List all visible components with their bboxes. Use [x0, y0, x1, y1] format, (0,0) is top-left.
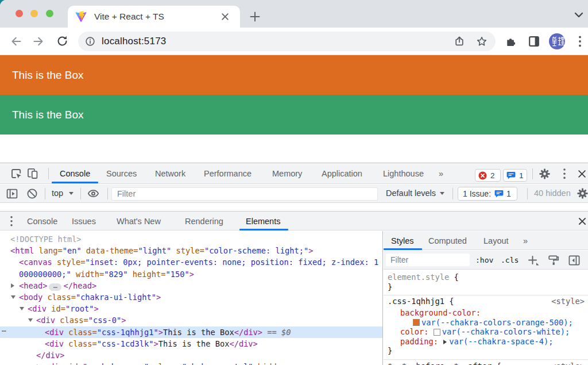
drawer-tab-what-s-new[interactable]: What's New: [117, 212, 161, 231]
close-window-button[interactable]: [16, 10, 23, 17]
expand-arrow-open-icon[interactable]: [20, 307, 24, 310]
dom-tree[interactable]: <!DOCTYPE html><html lang="en" data-them…: [0, 231, 382, 365]
devtools-close-icon[interactable]: [578, 170, 586, 178]
issues-label: 1 Issue:: [463, 189, 491, 198]
share-icon[interactable]: [454, 36, 465, 47]
styles-rule-line[interactable]: .css-1qhhjg1 {: [388, 297, 454, 306]
styles-rules[interactable]: element.style {}.css-1qhhjg1 {<style>bac…: [384, 270, 588, 365]
styles-tab--[interactable]: »: [523, 231, 528, 251]
tab-close-icon[interactable]: [218, 10, 232, 24]
main-tab-performance[interactable]: Performance: [204, 164, 252, 183]
styles-sidebar: StylesComputedLayout» Filter :hov .cls: [382, 231, 588, 365]
toggle-hover-button[interactable]: :hov: [475, 251, 493, 270]
error-icon: [478, 171, 487, 180]
styles-tab-computed[interactable]: Computed: [428, 231, 467, 251]
site-info-icon[interactable]: [86, 37, 95, 46]
drawer-close-icon[interactable]: [578, 217, 586, 225]
computed-sidebar-toggle-icon[interactable]: [568, 255, 580, 266]
browser-tab[interactable]: Vite + React + TS: [68, 6, 240, 28]
dom-tree-line[interactable]: <body class="chakra-ui-light">: [19, 291, 161, 303]
console-settings-gear-icon[interactable]: [577, 188, 588, 199]
reload-button[interactable]: [56, 35, 68, 47]
drawer-tab-issues[interactable]: Issues: [72, 212, 96, 231]
styles-rule-line[interactable]: element.style {: [388, 272, 459, 282]
main-tab-sources[interactable]: Sources: [106, 164, 137, 183]
devtools-menu-kebab-icon[interactable]: [561, 168, 568, 180]
dom-tree-line[interactable]: <div id="__chakra_env" class="chakra-por…: [45, 361, 291, 365]
dom-tree-line[interactable]: <head>…</head>: [19, 280, 96, 291]
maximize-window-button[interactable]: [46, 10, 53, 17]
profile-avatar[interactable]: [549, 33, 565, 49]
side-panel-icon[interactable]: [529, 36, 539, 47]
new-style-rule-button[interactable]: [527, 255, 540, 266]
dom-tree-line[interactable]: <canvas style="inset: 0px; pointer-event…: [19, 256, 378, 268]
expand-shorthand-icon[interactable]: [443, 340, 447, 344]
drawer-tab-rendering[interactable]: Rendering: [185, 212, 223, 231]
main-tab-application[interactable]: Application: [322, 164, 362, 183]
dom-tree-line[interactable]: <html lang="en" data-theme="light" style…: [10, 245, 313, 256]
styles-rule-line[interactable]: *, *::before, *::after {: [388, 362, 501, 365]
clear-console-icon[interactable]: [27, 189, 37, 199]
default-levels-dropdown[interactable]: Default levels: [386, 185, 436, 202]
dom-tree-line[interactable]: 000000000;" width="829" height="150">: [19, 268, 194, 280]
styles-rule-line[interactable]: background-color:: [400, 308, 481, 318]
live-expression-eye-icon[interactable]: [87, 189, 99, 199]
dom-tree-line[interactable]: <div class="css-1qhhjg1">This is the Box…: [45, 326, 291, 338]
dom-row-actions-icon[interactable]: ⋯: [2, 326, 6, 335]
inspect-element-icon[interactable]: [10, 167, 22, 180]
console-context-selector[interactable]: top: [52, 185, 63, 202]
new-tab-button[interactable]: [248, 10, 262, 24]
expand-arrow-open-icon[interactable]: [11, 295, 16, 299]
main-tab--[interactable]: »: [439, 164, 443, 183]
color-swatch[interactable]: [413, 319, 420, 326]
forward-button[interactable]: [33, 36, 44, 47]
minimize-window-button[interactable]: [30, 10, 38, 17]
error-count-badge[interactable]: 2: [475, 169, 501, 182]
drawer-tab-console[interactable]: Console: [27, 212, 57, 231]
dom-tree-line[interactable]: <!DOCTYPE html>: [10, 233, 82, 245]
drawer-tab-elements[interactable]: Elements: [246, 212, 280, 231]
address-bar[interactable]: localhost:5173: [78, 32, 496, 51]
issue-count: 1: [519, 171, 524, 180]
styles-rule-line[interactable]: }: [388, 282, 392, 292]
styles-filter-input[interactable]: Filter: [386, 253, 470, 266]
device-toolbar-icon[interactable]: [26, 167, 39, 180]
main-tab-console[interactable]: Console: [60, 164, 90, 183]
stylesheet-source-link[interactable]: <style>: [551, 362, 585, 365]
styles-tab-styles[interactable]: Styles: [391, 231, 414, 251]
styles-tab-layout[interactable]: Layout: [483, 231, 509, 251]
browser-menu-kebab-icon[interactable]: [577, 35, 583, 48]
dom-tree-line[interactable]: <div class="css-0">: [36, 314, 126, 326]
tab-search-chevron-icon[interactable]: [574, 12, 583, 18]
stylesheet-source-link[interactable]: <style>: [551, 297, 585, 306]
console-sidebar-icon[interactable]: [6, 188, 18, 199]
console-filter-input[interactable]: Filter: [111, 187, 378, 201]
expand-arrow-closed-icon[interactable]: [11, 283, 14, 288]
dom-tree-line[interactable]: <div id="root">: [28, 303, 99, 314]
main-tab-memory[interactable]: Memory: [272, 164, 302, 183]
main-tab-lighthouse[interactable]: Lighthouse: [383, 164, 424, 183]
drawer-menu-kebab-icon[interactable]: [8, 216, 15, 227]
url-text[interactable]: localhost:5173: [102, 32, 166, 51]
toggle-class-button[interactable]: .cls: [501, 251, 519, 270]
styles-rule-line[interactable]: }: [388, 346, 392, 356]
bookmark-star-icon[interactable]: [477, 36, 487, 47]
styles-rule-line[interactable]: color: var(--chakra-colors-white);: [400, 327, 570, 337]
devtools-settings-gear-icon[interactable]: [539, 168, 550, 179]
color-swatch[interactable]: [434, 329, 440, 336]
styles-toolbar: Filter :hov .cls: [384, 251, 588, 270]
main-tab-network[interactable]: Network: [155, 164, 185, 183]
hidden-messages-label: 40 hidden: [534, 185, 571, 202]
rendering-emulation-icon[interactable]: [548, 255, 559, 266]
styles-rule-line[interactable]: padding: var(--chakra-space-4);: [400, 337, 553, 347]
dom-tree-line[interactable]: </div>: [36, 349, 64, 361]
issue-count-badge[interactable]: 1: [503, 169, 527, 182]
context-caret-icon: [69, 192, 74, 195]
issues-button[interactable]: 1 Issue: 1: [458, 187, 517, 201]
expand-arrow-open-icon[interactable]: [28, 318, 33, 322]
styles-rule-line[interactable]: var(--chakra-colors-orange-500);: [413, 318, 573, 328]
extensions-puzzle-icon[interactable]: [506, 36, 517, 47]
styles-tabbar: StylesComputedLayout»: [384, 231, 588, 250]
dom-tree-line[interactable]: <div class="css-1cd3lk">This is the Box<…: [45, 338, 258, 349]
back-button[interactable]: [10, 36, 22, 47]
